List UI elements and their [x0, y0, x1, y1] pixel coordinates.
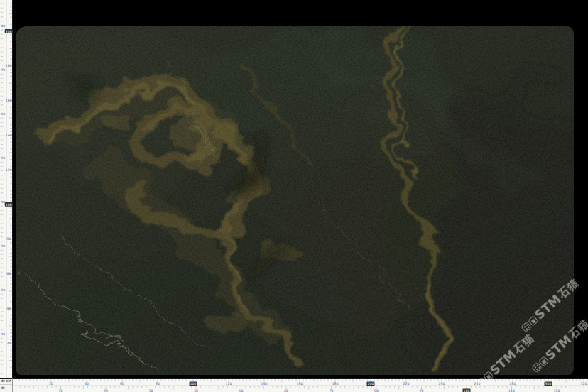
- ruler-label: 220: [403, 382, 410, 386]
- ruler-label: 100: [190, 382, 197, 386]
- ruler-label: 240: [439, 382, 445, 386]
- ruler-label: 120: [6, 168, 12, 172]
- ruler-label: 100: [464, 389, 470, 392]
- ruler-label: 40: [194, 389, 198, 392]
- unit-label-cm: CM: [6, 380, 11, 383]
- vertical-ruler: 2040608010012014016018020010203040506070…: [0, 0, 13, 378]
- ruler-label: 120: [226, 382, 232, 386]
- ruler-label: 40: [1, 200, 6, 204]
- ruler-label: 20: [104, 389, 108, 392]
- ruler-label: 110: [508, 389, 515, 392]
- ruler-label: 140: [6, 134, 12, 137]
- slab-image: [16, 26, 574, 375]
- ruler-unit-corner-box: IN CM IN: [0, 378, 13, 392]
- ruler-label: 60: [6, 272, 11, 276]
- ruler-label: 60: [284, 389, 288, 392]
- ruler-label: 40: [6, 307, 11, 310]
- ruler-label: 260: [474, 382, 481, 386]
- ruler-label: 180: [332, 382, 339, 386]
- vertical-ruler-scale: 2040608010012014016018020010203040506070…: [0, 0, 13, 378]
- ruler-label: 140: [261, 382, 268, 386]
- ruler-label: 20: [1, 288, 6, 292]
- ruler-label: 180: [6, 64, 12, 67]
- ruler-label: 120: [554, 389, 560, 392]
- cm-ticks: [19, 379, 587, 383]
- ruler-label: 70: [330, 389, 334, 392]
- cm-ticks: [8, 4, 12, 374]
- ruler-label: 20: [49, 382, 53, 386]
- ruler-label: 60: [120, 382, 124, 386]
- ruler-label: 30: [149, 389, 153, 392]
- ruler-label: 90: [420, 389, 424, 392]
- ruler-label: 40: [85, 382, 89, 386]
- corner-row-units: IN CM: [0, 379, 12, 385]
- ruler-label: 80: [1, 24, 6, 28]
- ruler-label: 20: [6, 342, 11, 345]
- ruler-label: 70: [1, 68, 6, 72]
- ruler-label: 160: [297, 382, 303, 386]
- ruler-label: 160: [6, 99, 12, 102]
- ruler-label: 50: [1, 156, 6, 160]
- horizontal-ruler: 2040608010012014016018020022024026028030…: [0, 378, 588, 392]
- ruler-label: 200: [6, 30, 12, 33]
- horizontal-ruler-scale: 2040608010012014016018020022024026028030…: [0, 379, 588, 392]
- ruler-label: 50: [239, 389, 244, 392]
- ruler-label: 100: [6, 203, 12, 207]
- ruler-label: 10: [1, 332, 6, 336]
- in-ticks: [1, 4, 5, 374]
- ruler-label: 80: [6, 237, 11, 241]
- slab-scan-viewer: 2040608010012014016018020010203040506070…: [0, 0, 588, 392]
- ruler-label: 300: [545, 382, 552, 386]
- slab-photo: [16, 26, 574, 375]
- ruler-label: 200: [368, 382, 374, 386]
- ruler-label: 80: [156, 382, 160, 386]
- corner-row-in: IN: [0, 385, 12, 392]
- ruler-label: 60: [1, 112, 6, 116]
- ruler-label: 280: [510, 382, 516, 386]
- ruler-label: 30: [1, 244, 6, 248]
- unit-label-in: IN: [1, 380, 4, 383]
- ruler-label: 80: [374, 389, 379, 392]
- ruler-label: 320: [581, 382, 587, 386]
- unit-label-in-row: IN: [1, 387, 4, 391]
- ruler-label: 10: [59, 389, 63, 392]
